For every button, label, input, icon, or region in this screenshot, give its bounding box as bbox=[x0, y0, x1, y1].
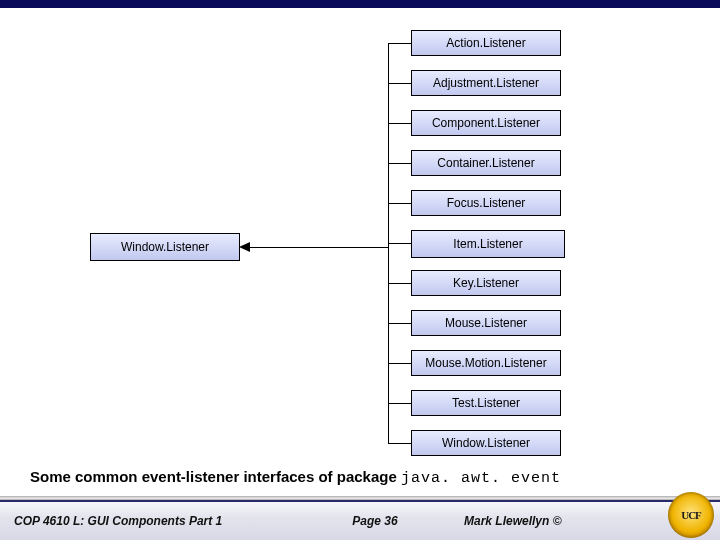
listener-box-mouse: Mouse.Listener bbox=[411, 310, 561, 336]
caption-text: Some common event-listener interfaces of… bbox=[30, 468, 690, 487]
tick bbox=[388, 163, 411, 164]
listener-box-adjustment: Adjustment.Listener bbox=[411, 70, 561, 96]
ucf-logo-icon: UCF bbox=[668, 492, 714, 538]
listener-box-test: Test.Listener bbox=[411, 390, 561, 416]
listener-box-mousemotion: Mouse.Motion.Listener bbox=[411, 350, 561, 376]
tick bbox=[388, 83, 411, 84]
listener-box-key: Key.Listener bbox=[411, 270, 561, 296]
listener-box-component: Component.Listener bbox=[411, 110, 561, 136]
listener-box-container: Container.Listener bbox=[411, 150, 561, 176]
caption-package: java. awt. event bbox=[401, 470, 561, 487]
arrow-line bbox=[249, 247, 389, 248]
tick bbox=[388, 123, 411, 124]
footer-course: COP 4610 L: GUI Components Part 1 bbox=[0, 514, 300, 528]
slide-container: Window.Listener Action.Listener Adjustme… bbox=[0, 0, 720, 540]
tick bbox=[388, 323, 411, 324]
tick bbox=[388, 283, 411, 284]
caption-main: Some common event-listener interfaces of… bbox=[30, 468, 401, 485]
tick bbox=[388, 243, 411, 244]
diagram-area: Window.Listener Action.Listener Adjustme… bbox=[0, 8, 720, 458]
listener-box-action: Action.Listener bbox=[411, 30, 561, 56]
tick bbox=[388, 43, 411, 44]
footer-author: Mark Llewellyn © bbox=[450, 514, 650, 528]
footer-page: Page 36 bbox=[300, 514, 450, 528]
listener-box-item: Item.Listener bbox=[411, 230, 565, 258]
listener-box-focus: Focus.Listener bbox=[411, 190, 561, 216]
listener-box-window-left: Window.Listener bbox=[90, 233, 240, 261]
tick bbox=[388, 363, 411, 364]
listener-box-window: Window.Listener bbox=[411, 430, 561, 456]
tick bbox=[388, 443, 411, 444]
footer-bar: COP 4610 L: GUI Components Part 1 Page 3… bbox=[0, 500, 720, 540]
logo-text: UCF bbox=[681, 509, 701, 521]
arrow-head-icon bbox=[239, 242, 250, 252]
tick bbox=[388, 403, 411, 404]
footer-separator bbox=[0, 496, 720, 500]
tick bbox=[388, 203, 411, 204]
